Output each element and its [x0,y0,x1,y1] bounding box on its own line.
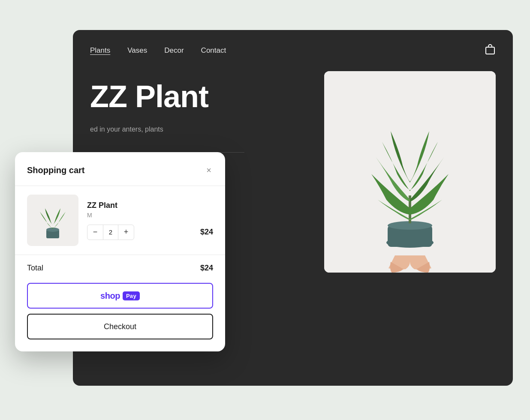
store-nav: Plants Vases Decor Contact [73,30,513,71]
svg-rect-0 [486,47,494,54]
decrease-quantity-button[interactable]: − [87,225,103,240]
nav-plants[interactable]: Plants [90,46,110,55]
increase-quantity-button[interactable]: + [118,225,134,240]
quantity-control: − 2 + [87,225,134,240]
cart-header: Shopping cart × [27,164,213,176]
checkout-button[interactable]: Checkout [27,314,213,339]
item-details: ZZ Plant M − 2 + $24 [87,201,213,240]
total-value: $24 [200,264,213,273]
cart-item: ZZ Plant M − 2 + $24 [27,186,213,255]
nav-vases[interactable]: Vases [127,46,147,55]
nav-decor[interactable]: Decor [164,46,184,55]
pay-badge: Pay [123,291,140,300]
shop-pay-text: shop [100,291,120,301]
shopping-cart-modal: Shopping cart × ZZ Plant M − [15,152,225,351]
total-row: Total $24 [27,255,213,283]
quantity-row: − 2 + $24 [87,225,213,240]
close-cart-button[interactable]: × [205,164,213,176]
total-label: Total [27,264,43,273]
product-title: ZZ Plant [90,80,307,114]
nav-contact[interactable]: Contact [201,46,226,55]
cart-title: Shopping cart [27,165,84,175]
product-image [324,71,496,273]
quantity-value: 2 [103,225,118,240]
item-variant: M [87,212,213,219]
item-price: $24 [200,228,213,237]
store-text: ZZ Plant ed in your anters, plants [90,71,307,158]
product-description: ed in your anters, plants [90,124,219,135]
item-thumbnail [27,195,78,246]
cart-icon[interactable] [485,44,496,57]
shop-pay-button[interactable]: shop Pay [27,283,213,309]
item-name: ZZ Plant [87,201,213,210]
